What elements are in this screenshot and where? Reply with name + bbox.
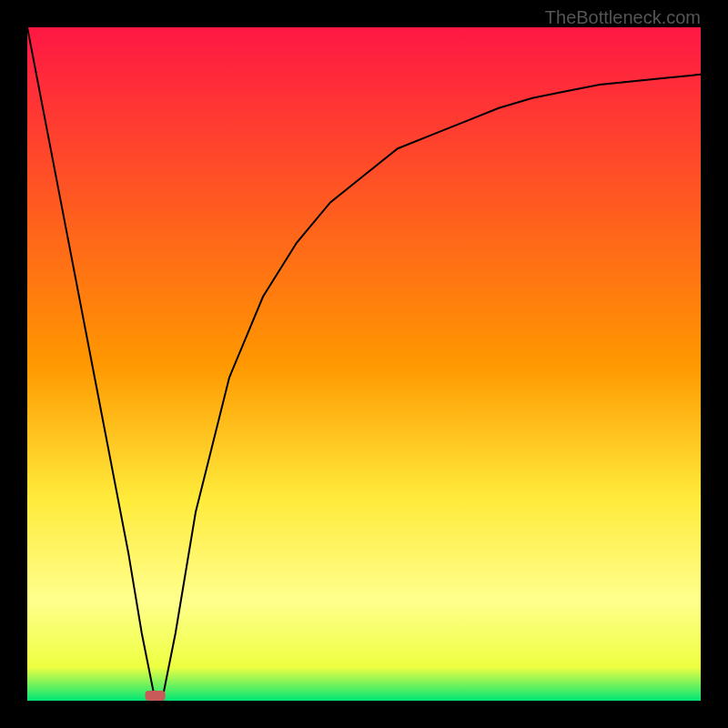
watermark-text: TheBottleneck.com [545,7,701,28]
chart-svg [27,27,701,701]
chart-plot-area [27,27,701,701]
chart-background [27,27,701,701]
optimum-marker [146,691,166,701]
